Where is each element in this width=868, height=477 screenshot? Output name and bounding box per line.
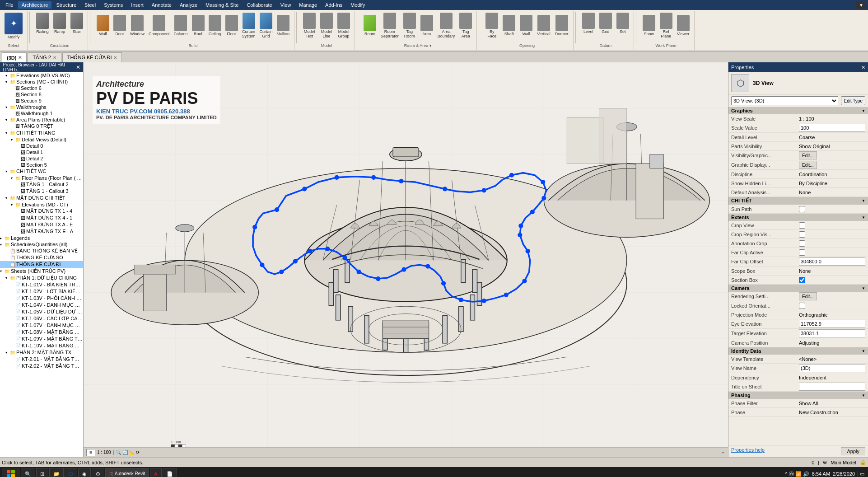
sun-path-checkbox[interactable] — [799, 206, 805, 212]
tree-arrow[interactable]: ▾ — [5, 131, 10, 135]
vertical-button[interactable]: Vertical — [535, 14, 552, 37]
tree-arrow[interactable]: ▾ — [5, 105, 10, 109]
tab-tang2[interactable]: TẦNG 2 ✕ — [28, 52, 61, 62]
mullion-button[interactable]: Mullion — [275, 14, 292, 37]
start-button[interactable] — [2, 468, 20, 477]
curtain-grid-button[interactable]: CurtainGrid — [258, 12, 275, 40]
tree-item[interactable]: 🖼Detail 2 — [0, 155, 83, 162]
tab-3d-close[interactable]: ✕ — [18, 55, 22, 60]
tree-item[interactable]: 🖼Detail 1 — [0, 149, 83, 155]
ramp-button[interactable]: Ramp — [51, 12, 68, 35]
camera-section-header[interactable]: Camera ▼ — [728, 285, 868, 292]
menu-massing[interactable]: Massing & Site — [202, 1, 242, 9]
shaft-button[interactable]: Shaft — [501, 14, 517, 37]
tag-area-button[interactable]: TagArea — [457, 12, 474, 40]
dormer-button[interactable]: Dormer — [553, 14, 570, 37]
eye-elevation-input[interactable] — [799, 320, 865, 328]
window-button[interactable]: Window — [128, 14, 146, 37]
locked-orientation-checkbox[interactable] — [799, 303, 805, 309]
tree-arrow[interactable]: ▾ — [11, 138, 15, 142]
tree-arrow[interactable]: ▾ — [5, 74, 10, 78]
tree-item[interactable]: 📋BẢNG THỐNG KÊ BẢN VẼ — [0, 248, 83, 254]
tree-arrow[interactable]: ▾ — [0, 269, 5, 273]
crop-region-checkbox[interactable] — [799, 231, 805, 238]
tree-item[interactable]: 📄KT-2.02 - MẶT BẰNG TƯỜNG — [0, 363, 83, 369]
properties-apply-button[interactable]: Apply — [841, 447, 865, 455]
tree-item[interactable]: 🖼TẦNG 0 TRỆT — [0, 123, 83, 130]
tree-item[interactable]: ▾📁Elevations (MD - CT) — [0, 201, 83, 208]
menu-collaborate[interactable]: Collaborate — [243, 1, 275, 9]
menu-addins[interactable]: Add-Ins — [322, 1, 346, 9]
taskbar-revit[interactable]: R Autodesk Revit — [105, 468, 149, 477]
tree-item[interactable]: ▾📁CHI TIẾT WC — [0, 168, 83, 175]
component-button[interactable]: Component — [147, 14, 172, 37]
model-group-button[interactable]: ModelGroup — [336, 12, 352, 40]
tree-arrow[interactable]: ▾ — [5, 276, 10, 280]
wall-button[interactable]: Wall — [95, 14, 111, 37]
menu-systems[interactable]: Systems — [100, 1, 126, 9]
tree-item[interactable]: ▾📁Area Plans (Rentable) — [0, 117, 83, 123]
tree-item[interactable]: 🖼Section 6 — [0, 85, 83, 91]
taskbar-autocad[interactable]: A — [150, 468, 161, 477]
type-selector[interactable]: 3D View: (3D) — [731, 96, 838, 105]
ref-plane-button[interactable]: RefPlane — [658, 12, 674, 40]
tree-arrow[interactable]: ▾ — [5, 80, 10, 84]
tree-item[interactable]: ▾📁PHẦN 2: MẶT BẰNG TX — [0, 349, 83, 356]
tree-item[interactable]: 📋THỐNG KÊ CỬA SỔ — [0, 254, 83, 261]
far-clip-offset-input[interactable] — [799, 257, 865, 266]
crop-view-checkbox[interactable] — [799, 222, 805, 229]
graphic-display-btn[interactable]: Edit... — [799, 161, 817, 169]
tree-item[interactable]: 📄KT-1.10V - MẶT BẰNG ĐỊNH — [0, 342, 83, 349]
tree-item[interactable]: 📄KT-2.01 - MẶT BẰNG TƯỜNG — [0, 356, 83, 363]
rendering-settings-btn[interactable]: Edit... — [799, 292, 817, 300]
taskbar-explorer[interactable]: 📁 — [49, 468, 64, 477]
project-browser-close[interactable]: ✕ — [76, 64, 80, 70]
far-clip-active-checkbox[interactable] — [799, 249, 805, 256]
grid-button[interactable]: Grid — [597, 12, 614, 35]
ceiling-button[interactable]: Ceiling — [207, 14, 223, 37]
tree-item[interactable]: 🖼Section 8 — [0, 91, 83, 98]
taskbar-settings[interactable]: ⚙ — [92, 468, 104, 477]
wall-opening-button[interactable]: Wall — [518, 14, 534, 37]
menu-view[interactable]: View — [277, 1, 295, 9]
curtain-system-button[interactable]: CurtainSystem — [240, 12, 257, 40]
tree-item[interactable]: 🖼MẶT ĐỨNG TX A - E — [0, 221, 83, 228]
taskbar-pdf[interactable]: 📄 — [163, 468, 177, 477]
tree-arrow[interactable]: ▸ — [0, 236, 5, 240]
roof-button[interactable]: Roof — [190, 14, 206, 37]
tree-item[interactable]: ▸📁Legends — [0, 235, 83, 241]
tree-item[interactable]: 📄KT-1.08V - MẶT BẰNG HIỆN — [0, 329, 83, 336]
tree-item[interactable]: 📄KT-1.06V - CÁC LỚP CẦU TẠ — [0, 315, 83, 322]
railing-button[interactable]: Railing — [34, 12, 51, 35]
tag-room-button[interactable]: TagRoom — [401, 12, 418, 40]
tree-item[interactable]: ▾📁CHI TIẾT THANG — [0, 130, 83, 136]
title-on-sheet-input[interactable] — [799, 383, 865, 391]
tree-item[interactable]: 🖼Section 5 — [0, 162, 83, 168]
chiTiet-section-header[interactable]: CHI TIẾT ▼ — [728, 197, 868, 205]
properties-close[interactable]: ✕ — [861, 65, 865, 70]
tree-item[interactable]: ▾📁Elevations (MD-VS-WC) — [0, 72, 83, 79]
tab-thongke[interactable]: THỐNG KÊ CỬA ĐI ✕ — [62, 52, 122, 62]
taskbar-chrome[interactable]: ◉ — [78, 468, 91, 477]
tree-arrow[interactable]: ▾ — [5, 169, 10, 173]
door-button[interactable]: Door — [112, 14, 128, 37]
tree-item[interactable]: 📄KT-1.04V - DANH MỤC BẢN — [0, 302, 83, 309]
identity-section-header[interactable]: Identity Data ▼ — [728, 347, 868, 355]
tree-item[interactable]: 📄KT-1.01V - BÌA KIẾN TRÚC P — [0, 281, 83, 288]
tree-arrow[interactable]: ▾ — [5, 351, 10, 355]
annotation-crop-checkbox[interactable] — [799, 240, 805, 247]
graphics-section-header[interactable]: Graphics ▼ — [728, 107, 868, 114]
tab-thongke-close[interactable]: ✕ — [113, 55, 117, 60]
menu-file[interactable]: File — [2, 1, 17, 9]
tree-container[interactable]: ▾📁Elevations (MD-VS-WC)▾📁Sections (MC - … — [0, 72, 83, 457]
tab-3d[interactable]: (3D) ✕ — [2, 52, 27, 62]
visibility-graphic-btn[interactable]: Edit... — [799, 151, 817, 159]
tree-arrow[interactable]: ▾ — [5, 196, 10, 200]
menu-steel[interactable]: Steel — [81, 1, 99, 9]
taskbar-edge[interactable]: ⬡ — [65, 468, 77, 477]
model-text-button[interactable]: ModelText — [301, 12, 317, 40]
tree-item[interactable]: ▾📁Detail Views (Detail) — [0, 136, 83, 143]
by-face-button[interactable]: ByFace — [484, 12, 500, 40]
tree-item[interactable]: 🖼MẶT ĐỨNG TX 4 - 1 — [0, 215, 83, 221]
set-button[interactable]: Set — [615, 12, 631, 35]
